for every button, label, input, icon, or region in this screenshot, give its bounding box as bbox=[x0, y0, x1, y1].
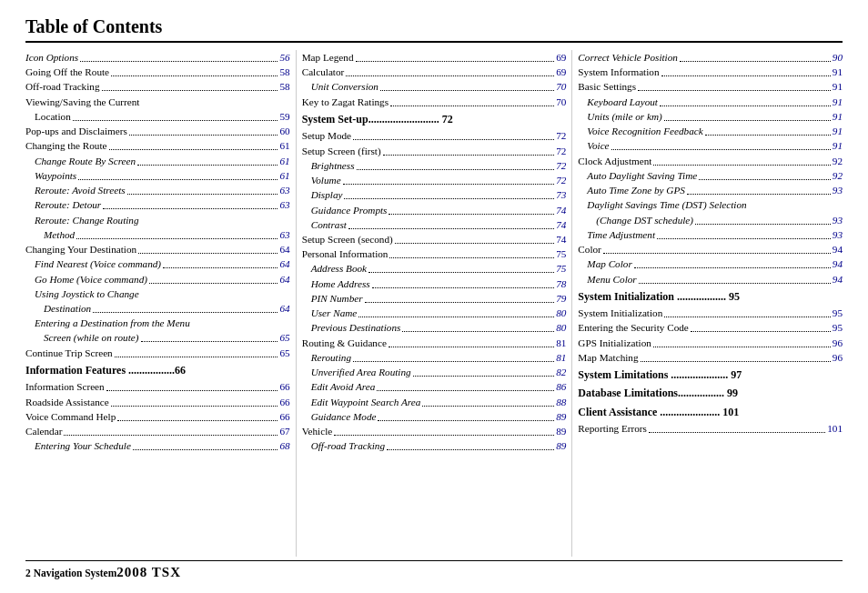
toc-entry-text: Rerouting bbox=[302, 350, 351, 365]
toc-page-number: 80 bbox=[556, 306, 566, 320]
toc-line: Location59 bbox=[25, 109, 290, 124]
toc-line: Units (mile or km)91 bbox=[578, 109, 843, 124]
toc-page-number: 74 bbox=[556, 217, 566, 232]
toc-page-number: 91 bbox=[833, 79, 843, 94]
toc-entry-text: Using Joystick to Change bbox=[25, 286, 139, 301]
toc-line: Map Matching96 bbox=[578, 350, 843, 365]
toc-dots bbox=[413, 376, 554, 377]
toc-dots bbox=[653, 347, 831, 347]
toc-entry-text: Volume bbox=[302, 173, 341, 187]
toc-line: Unit Conversion70 bbox=[302, 79, 567, 94]
toc-dots bbox=[687, 194, 831, 195]
toc-line: Brightness72 bbox=[302, 158, 567, 173]
toc-page-number: 90 bbox=[833, 50, 843, 65]
toc-entry-text: Time Adjustment bbox=[578, 227, 655, 242]
toc-entry-text: Voice Recognition Feedback bbox=[578, 124, 702, 138]
toc-column-3: Correct Vehicle Position90System Informa… bbox=[571, 50, 843, 557]
toc-page-number: 63 bbox=[279, 227, 289, 242]
toc-entry-text: Map Color bbox=[578, 256, 631, 271]
toc-page-number: 91 bbox=[833, 95, 843, 109]
toc-dots bbox=[680, 61, 831, 62]
toc-page-number: 63 bbox=[279, 197, 289, 212]
toc-dots bbox=[603, 253, 831, 254]
toc-page-number: 63 bbox=[279, 183, 289, 197]
toc-page-number: 96 bbox=[833, 350, 843, 365]
toc-line: Contrast74 bbox=[302, 217, 567, 232]
toc-line: PIN Number79 bbox=[302, 291, 567, 306]
toc-page-number: 96 bbox=[833, 336, 843, 350]
toc-dots bbox=[102, 90, 278, 91]
page: Table of Contents Icon Options56Going Of… bbox=[0, 0, 868, 593]
toc-line: GPS Initialization96 bbox=[578, 336, 843, 350]
toc-entry-text: Location bbox=[25, 109, 71, 124]
toc-dots bbox=[661, 75, 831, 76]
toc-line: Daylight Savings Time (DST) Selection bbox=[578, 197, 843, 212]
toc-page-number: 79 bbox=[556, 291, 566, 306]
toc-entry-text: Reroute: Avoid Streets bbox=[25, 183, 126, 197]
toc-entry-text: Pop-ups and Disclaimers bbox=[25, 124, 127, 138]
toc-line: Database Limitations................. 99 bbox=[578, 386, 843, 401]
toc-page-number: 65 bbox=[279, 330, 289, 345]
toc-dots bbox=[129, 135, 278, 136]
toc-dots bbox=[149, 283, 278, 284]
toc-line: Client Assistance ......................… bbox=[578, 405, 843, 420]
toc-entry-text: GPS Initialization bbox=[578, 336, 651, 350]
toc-page-number: 101 bbox=[827, 421, 843, 436]
toc-entry-text: Calculator bbox=[302, 65, 345, 79]
toc-page-number: 58 bbox=[279, 65, 289, 79]
toc-dots bbox=[334, 435, 554, 436]
toc-entry-text: Entering the Security Code bbox=[578, 320, 688, 335]
toc-entry-text: Personal Information bbox=[302, 246, 389, 261]
toc-line: Correct Vehicle Position90 bbox=[578, 50, 843, 65]
toc-entry-text: Clock Adjustment bbox=[578, 154, 651, 168]
toc-entry-text: Edit Avoid Area bbox=[302, 379, 376, 394]
toc-line: Change Route By Screen61 bbox=[25, 154, 290, 168]
toc-dots bbox=[358, 317, 554, 317]
toc-dots bbox=[664, 120, 831, 121]
toc-entry-text: Voice Command Help bbox=[25, 409, 116, 424]
toc-dots bbox=[103, 208, 278, 209]
toc-column-2: Map Legend69Calculator69Unit Conversion7… bbox=[296, 50, 572, 557]
toc-page-number: 92 bbox=[833, 154, 843, 168]
toc-line: Basic Settings91 bbox=[578, 79, 843, 94]
toc-line: Entering Your Schedule68 bbox=[25, 438, 290, 453]
toc-dots bbox=[133, 449, 278, 450]
toc-line: System Limitations .....................… bbox=[578, 367, 843, 383]
toc-entry-text: Color bbox=[578, 242, 601, 256]
toc-dots bbox=[115, 357, 278, 357]
toc-dots bbox=[365, 302, 555, 303]
toc-dots bbox=[368, 272, 554, 273]
toc-dots bbox=[422, 406, 554, 407]
toc-line: Guidance Mode89 bbox=[302, 409, 567, 424]
toc-line: Display73 bbox=[302, 187, 567, 202]
toc-line: Edit Avoid Area86 bbox=[302, 379, 567, 394]
toc-entry-text: Reroute: Change Routing bbox=[25, 213, 139, 227]
footer-left: 2 Navigation System bbox=[25, 568, 116, 578]
toc-entry-text: Auto Daylight Saving Time bbox=[578, 168, 697, 183]
toc-page-number: 93 bbox=[833, 183, 843, 197]
toc-entry-text: Continue Trip Screen bbox=[25, 346, 113, 360]
toc-page-number: 70 bbox=[556, 79, 566, 94]
toc-line: User Name80 bbox=[302, 306, 567, 320]
toc-page-number: 91 bbox=[833, 109, 843, 124]
toc-line: Entering a Destination from the Menu bbox=[25, 316, 290, 330]
toc-page-number: 66 bbox=[279, 395, 289, 409]
toc-dots bbox=[109, 149, 278, 150]
toc-entry-text: Off-road Tracking bbox=[302, 438, 385, 453]
toc-entry-text: Vehicle bbox=[302, 424, 333, 438]
toc-line: Unverified Area Routing82 bbox=[302, 365, 567, 379]
toc-page-number: 74 bbox=[556, 203, 566, 217]
toc-page-number: 66 bbox=[279, 409, 289, 424]
toc-page-number: 70 bbox=[556, 95, 566, 109]
toc-dots bbox=[93, 312, 278, 313]
toc-line: Find Nearest (Voice command)64 bbox=[25, 256, 290, 271]
toc-dots bbox=[402, 331, 554, 332]
toc-dots bbox=[353, 139, 554, 140]
toc-entry-text: User Name bbox=[302, 306, 358, 320]
toc-line: System Set-up.......................... … bbox=[302, 112, 567, 127]
toc-page-number: 72 bbox=[556, 144, 566, 158]
toc-line: Key to Zagat Ratings70 bbox=[302, 95, 567, 109]
toc-line: Menu Color94 bbox=[578, 272, 843, 286]
toc-page-number: 75 bbox=[556, 261, 566, 276]
toc-column-1: Icon Options56Going Off the Route58Off-r… bbox=[25, 50, 296, 557]
